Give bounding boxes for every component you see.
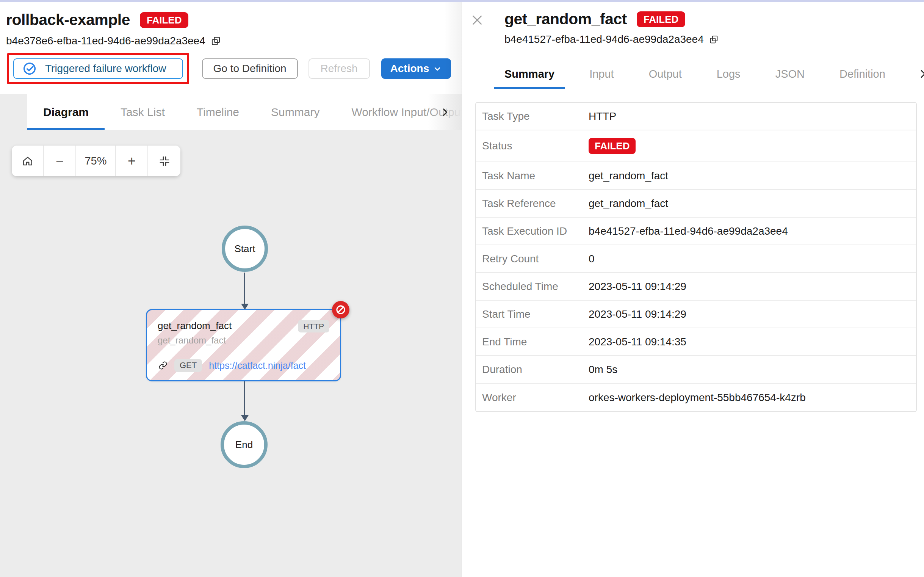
workflow-id-row: b4e378e6-efba-11ed-94d6-ae99da2a3ee4 (6, 35, 462, 47)
triggered-failure-workflow-label: Triggered failure workflow (45, 63, 166, 75)
task-status-badge: FAILED (637, 11, 685, 27)
task-node-name: get_random_fact (158, 320, 232, 332)
edge-task-to-end (244, 381, 245, 416)
copy-icon[interactable] (211, 36, 221, 46)
workflow-execution-id: b4e378e6-efba-11ed-94d6-ae99da2a3ee4 (6, 35, 205, 47)
check-circle-icon (23, 61, 37, 76)
actions-button[interactable]: Actions (381, 58, 451, 79)
zoom-fit-button[interactable] (148, 145, 180, 176)
link-icon (158, 361, 167, 370)
go-to-definition-button[interactable]: Go to Definition (202, 58, 298, 79)
row-label: End Time (482, 336, 589, 348)
diagram-end-node: End (221, 421, 267, 468)
table-row: Task Reference get_random_fact (476, 190, 916, 218)
tab-input[interactable]: Input (579, 59, 625, 89)
chevron-down-icon (433, 64, 442, 73)
tab-summary[interactable]: Summary (255, 94, 335, 130)
row-label: Retry Count (482, 253, 589, 265)
actions-label: Actions (390, 63, 430, 75)
tab-output[interactable]: Output (638, 59, 692, 89)
tab-definition[interactable]: Definition (829, 59, 896, 89)
refresh-button: Refresh (309, 58, 370, 79)
end-node-label: End (235, 439, 253, 451)
table-row: Start Time 2023-05-11 09:14:29 (476, 301, 916, 328)
zoom-home-button[interactable] (12, 145, 44, 176)
table-row: Task Name get_random_fact (476, 162, 916, 190)
task-node-endpoint-row: GET https://catfact.ninja/fact (158, 359, 306, 372)
workflow-tabbar-row: Diagram Task List Timeline Summary Workf… (0, 94, 462, 130)
row-value: b4e41527-efba-11ed-94d6-ae99da2a3ee4 (589, 225, 788, 237)
row-label: Start Time (482, 308, 589, 320)
row-value: get_random_fact (589, 198, 668, 210)
row-value: get_random_fact (589, 170, 668, 182)
blocked-icon (335, 304, 347, 316)
task-summary-table: Task Type HTTP Status FAILED Task Name g… (475, 102, 917, 412)
row-label: Task Execution ID (482, 225, 589, 237)
diagram-start-node: Start (222, 226, 268, 272)
task-title-row: get_random_fact FAILED (504, 10, 924, 28)
copy-icon[interactable] (709, 35, 719, 44)
chevron-right-icon (439, 107, 450, 118)
table-row: Task Type HTTP (476, 103, 916, 131)
zoom-level: 75% (76, 145, 116, 176)
tab-task-list[interactable]: Task List (105, 94, 181, 130)
tab-logs[interactable]: Logs (706, 59, 751, 89)
row-value: 2023-05-11 09:14:35 (589, 336, 686, 348)
row-label: Scheduled Time (482, 280, 589, 293)
task-node-reference: get_random_fact (158, 335, 329, 346)
plus-icon: + (128, 154, 136, 168)
row-value: 2023-05-11 09:14:29 (589, 308, 686, 320)
task-type-chip: HTTP (298, 320, 329, 332)
start-node-label: Start (235, 243, 256, 255)
row-value: 0m 5s (589, 364, 617, 376)
tab-timeline[interactable]: Timeline (181, 94, 255, 130)
row-label: Status (482, 140, 589, 152)
home-icon (22, 155, 34, 167)
row-value: 2023-05-11 09:14:29 (589, 280, 686, 293)
task-execution-id: b4e41527-efba-11ed-94d6-ae99da2a3ee4 (504, 33, 704, 45)
diagram-canvas[interactable]: − 75% + Start ge (0, 130, 462, 577)
tab-summary[interactable]: Summary (494, 59, 565, 89)
workflow-actions-row: Triggered failure workflow Go to Definit… (6, 53, 462, 84)
workflow-status-badge: FAILED (140, 12, 188, 28)
http-method-chip: GET (174, 359, 202, 372)
workflow-title: rollback-example (6, 11, 130, 29)
tab-json[interactable]: JSON (765, 59, 815, 89)
zoom-out-button[interactable]: − (44, 145, 76, 176)
table-row: Scheduled Time 2023-05-11 09:14:29 (476, 273, 916, 301)
minus-icon: − (56, 154, 64, 168)
status-badge: FAILED (589, 138, 636, 154)
task-node-get-random-fact[interactable]: get_random_fact HTTP get_random_fact GET… (146, 309, 341, 381)
table-row: End Time 2023-05-11 09:14:35 (476, 328, 916, 356)
task-id-row: b4e41527-efba-11ed-94d6-ae99da2a3ee4 (504, 33, 924, 45)
annotation-highlight-box: Triggered failure workflow (7, 53, 189, 84)
workflow-execution-panel: rollback-example FAILED b4e378e6-efba-11… (0, 2, 462, 577)
compress-icon (159, 155, 170, 167)
task-endpoint-url[interactable]: https://catfact.ninja/fact (209, 360, 306, 371)
triggered-failure-workflow-button[interactable]: Triggered failure workflow (13, 58, 183, 79)
task-details-panel: get_random_fact FAILED b4e41527-efba-11e… (462, 2, 924, 577)
zoom-toolbar: − 75% + (12, 145, 180, 176)
table-row: Worker orkes-workers-deployment-55bb4676… (476, 384, 916, 411)
row-label: Task Type (482, 110, 589, 122)
workflow-header: rollback-example FAILED b4e378e6-efba-11… (0, 2, 462, 94)
tabs-overflow-button[interactable] (428, 94, 462, 130)
task-title: get_random_fact (504, 10, 627, 28)
app-root: rollback-example FAILED b4e378e6-efba-11… (0, 2, 924, 577)
row-value: 0 (589, 253, 595, 265)
chevron-right-icon (917, 68, 924, 80)
row-value: HTTP (589, 110, 616, 122)
table-row: Task Execution ID b4e41527-efba-11ed-94d… (476, 218, 916, 245)
row-label: Duration (482, 364, 589, 376)
tabs-overflow-button[interactable] (917, 68, 924, 80)
close-panel-button[interactable] (470, 13, 484, 27)
table-row: Retry Count 0 (476, 245, 916, 273)
task-node-header: get_random_fact HTTP (158, 320, 329, 332)
task-failed-badge (332, 301, 349, 318)
tab-diagram[interactable]: Diagram (27, 94, 105, 130)
close-icon (470, 13, 484, 27)
edge-start-to-task (244, 272, 245, 305)
workflow-tabbar: Diagram Task List Timeline Summary Workf… (27, 94, 462, 130)
row-value: orkes-workers-deployment-55bb467654-k4zr… (589, 392, 806, 404)
zoom-in-button[interactable]: + (116, 145, 148, 176)
